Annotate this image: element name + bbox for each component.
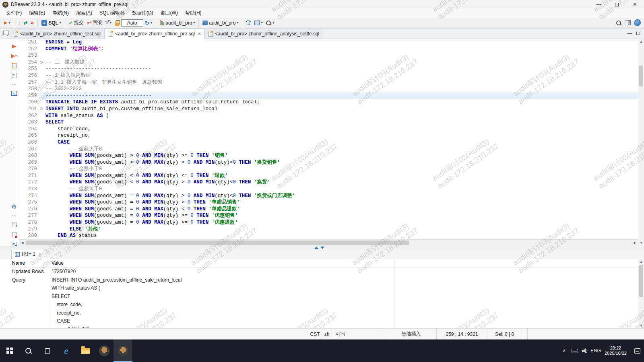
status-selection[interactable]: Sel: 0 | 0 [487,329,522,339]
status-insert-mode[interactable]: 智能插入 [386,329,436,339]
code-line[interactable]: 256-- 1 插入国内数据 [19,72,638,79]
save-file-icon[interactable] [10,231,18,238]
code-line[interactable]: 272 WHEN SUM(goods_amt) < 0 AND MAX(qty)… [19,179,638,186]
code-line[interactable]: 252COMMENT '结算比例表'; [19,46,638,53]
tab-zhumr-offline-analysis-settle[interactable]: <audit_bi_pro> zhumr_offline_analysis_se… [205,29,323,39]
scroll-right-icon[interactable]: ▶ [632,240,638,246]
tab-close-icon[interactable]: × [198,31,201,37]
code-line[interactable]: 260TRUNCATE TABLE IF EXISTS audit_bi_pro… [19,99,638,106]
line-number[interactable]: 254 [19,59,39,66]
menu-edit[interactable]: 编辑(E) [25,10,49,16]
code-line[interactable]: 263SELECT [19,119,638,126]
code-line[interactable]: 277 WHEN SUM(goods_amt) = 0 AND MIN(qty)… [19,212,638,219]
minimize-button[interactable]: — [590,0,608,9]
schema-selector[interactable]: audit_bi_pro▾ [201,19,240,27]
line-number[interactable]: 256 [19,72,39,79]
code-line[interactable]: 262WITH sale_status AS ( [19,113,638,119]
column-header-value[interactable]: Value [49,259,394,267]
refresh-button[interactable]: ↻▾ [143,19,154,27]
line-number[interactable]: 276 [19,206,39,213]
task-view-button[interactable] [38,339,57,362]
menu-sql-editor[interactable]: SQL 编辑器 [96,10,128,16]
editor-horizontal-scrollbar[interactable]: ◀ ▶ [19,239,638,246]
code-line[interactable]: 258-- 2022-2023 [19,86,638,93]
line-number[interactable]: 271 [19,173,39,179]
line-number[interactable]: 257 [19,79,39,86]
touch-keyboard-icon[interactable] [570,339,580,362]
code-line[interactable]: 280 END AS status [19,232,638,239]
scroll-up-icon[interactable]: ▲ [638,39,644,45]
menu-help[interactable]: 帮助(H) [182,10,205,16]
line-number[interactable]: 280 [19,232,39,239]
code-line[interactable]: 257-- 1.1 插入非海一家、非男生女生销售、退款数据 [19,79,638,86]
dbeaver-perspective-icon[interactable] [634,19,641,26]
execute-script-icon[interactable] [10,62,18,69]
menu-window[interactable]: 窗口(W) [157,10,182,16]
export-result-icon[interactable]: ➔ [10,221,18,228]
line-number[interactable]: 266 [19,139,39,146]
commit-button[interactable]: ✔提交 [67,19,85,27]
quick-search-icon[interactable] [616,20,621,26]
line-number[interactable]: 258 [19,86,39,93]
line-number[interactable]: 274 [19,193,39,200]
lock-button[interactable] [113,19,121,27]
code-line[interactable]: 253 [19,52,638,59]
sql-menu-button[interactable]: SSQL▾ [40,19,63,27]
menu-file[interactable]: 文件(F) [2,10,25,16]
status-timezone[interactable]: CST [308,329,322,339]
scroll-left-icon[interactable]: ◀ [19,240,25,246]
line-number[interactable]: 255 [19,66,39,72]
line-number[interactable]: 265 [19,132,39,139]
more-actions-icon[interactable]: ⋯ [10,80,18,88]
code-line[interactable]: 268 WHEN SUM(goods_amt) > 0 AND MIN(qty)… [19,152,638,159]
result-row[interactable]: store_code, [11,300,638,309]
settings-gear-icon[interactable]: ⚙ [10,203,18,210]
code-line[interactable]: 276 WHEN SUM(goods_amt) = 0 AND MAX(qty)… [19,206,638,213]
timezone-button[interactable] [244,19,253,26]
code-line[interactable]: 270 -- 金额小于0 [19,166,638,173]
minimize-panel-icon[interactable]: — [627,31,632,36]
taskbar-clock[interactable]: 23:22 2025/10/22 [601,346,630,356]
code-line[interactable]: 261⊖INSERT INTO audit_bi_pro.custom_offl… [19,106,638,113]
code-line[interactable]: 266 CASE [19,139,638,146]
result-row[interactable]: -- 金额大于0 [11,325,638,329]
line-number[interactable]: 259 [19,93,39,99]
table-header[interactable]: Name Value [11,259,638,267]
volume-icon[interactable]: ) [580,339,590,362]
line-number[interactable]: 251 [19,39,39,46]
code-line[interactable]: 254⊖-- 二、插入数据 [19,59,638,66]
line-number[interactable]: 268 [19,152,39,159]
code-line[interactable]: 255----------------------------------- [19,66,638,72]
tab-zhumr-offline-pre[interactable]: <audit_bi_pro> zhumr_offline_pre.sql × [105,29,205,39]
line-number[interactable]: 252 [19,46,39,53]
sql-editor[interactable]: 251ENGINE = Log252COMMENT '结算比例表';253254… [19,39,638,239]
menu-navigate[interactable]: 导航(N) [49,10,72,16]
sync-button[interactable]: ⇄ [22,19,29,27]
code-line[interactable]: 267 -- 金额大于0 [19,146,638,153]
execute-new-tab-icon[interactable]: ▶+ [10,52,18,59]
line-number[interactable]: 267 [19,146,39,153]
line-number[interactable]: 261 [19,106,39,113]
export-button[interactable]: ▾ [253,20,264,26]
line-number[interactable]: 279 [19,226,39,233]
menu-search[interactable]: 搜索(A) [72,10,96,16]
scroll-down-icon[interactable]: ▼ [638,323,644,328]
line-number[interactable]: 263 [19,119,39,126]
result-row[interactable]: QueryINSERT INTO audit_bi_pro.custom_off… [11,276,638,284]
editor-vertical-scrollbar[interactable]: ▲ ▼ [638,39,644,246]
find-button[interactable]: ▾ [264,19,276,27]
code-line[interactable]: 275 WHEN SUM(goods_amt) = 0 AND MIN(qty)… [19,199,638,206]
scroll-up-icon[interactable]: ▲ [638,259,644,264]
result-row[interactable]: receipt_no, [11,309,638,317]
maximize-button[interactable] [608,0,626,9]
code-line[interactable]: 278 WHEN SUM(goods_amt) = 0 AND MAX(qty)… [19,219,638,226]
minimize-panel-arrow-icon[interactable] [320,247,324,249]
status-write-mode[interactable]: 可写 [332,329,386,339]
status-language[interactable]: zh [322,329,332,339]
file-explorer-button[interactable] [76,339,95,362]
result-row[interactable]: WITH sale_status AS ( [11,284,638,292]
code-line[interactable]: 279 ELSE '其他' [19,226,638,233]
line-number[interactable]: 253 [19,52,39,59]
line-number[interactable]: 278 [19,219,39,226]
cancel-button[interactable]: × [29,19,36,27]
